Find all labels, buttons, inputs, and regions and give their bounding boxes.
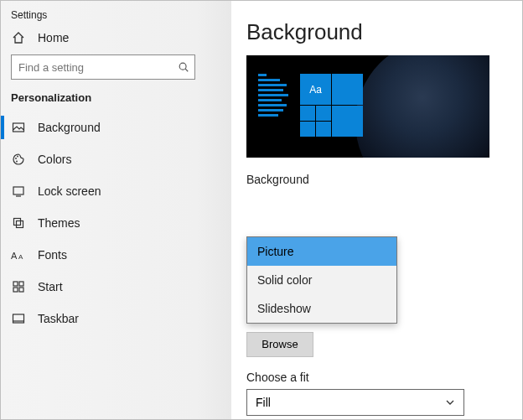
svg-rect-6 [13,187,23,194]
section-header: Personalization [1,86,231,112]
themes-icon [11,216,26,230]
sidebar-item-label: Colors [38,153,71,166]
background-dropdown[interactable]: Picture Solid color Slideshow [246,236,397,324]
svg-rect-2 [13,123,24,132]
page-title: Background [246,19,507,45]
choose-fit-label: Choose a fit [246,371,507,384]
svg-rect-13 [19,282,23,286]
settings-window: Settings Home Personalization Background [0,0,523,420]
sidebar-item-background[interactable]: Background [1,112,231,143]
preview-wallpaper [355,55,489,158]
home-button[interactable]: Home [1,24,231,51]
search-input[interactable] [11,54,195,80]
svg-text:A: A [11,251,18,261]
window-title: Settings [1,1,231,24]
chevron-down-icon [445,397,455,407]
start-icon [11,280,26,293]
sidebar-item-label: Taskbar [38,312,79,325]
sidebar-item-label: Start [38,280,63,293]
taskbar-icon [11,312,26,325]
sidebar: Settings Home Personalization Background [1,1,231,419]
sidebar-item-label: Lock screen [38,184,101,198]
svg-rect-8 [14,219,21,226]
palette-icon [11,153,26,166]
home-label: Home [38,31,69,44]
lockscreen-icon [11,184,26,198]
svg-point-4 [17,156,18,158]
background-dropdown-label: Background [246,173,507,186]
sidebar-item-label: Fonts [38,248,67,262]
background-option-solid-color[interactable]: Solid color [247,266,396,294]
fonts-icon: AA [11,248,26,262]
home-icon [11,31,26,44]
svg-line-1 [185,69,188,71]
preview-sample-tile: Aa [300,74,331,105]
desktop-preview: Aa [246,55,489,158]
svg-rect-9 [17,221,23,228]
fit-dropdown-value: Fill [256,396,271,409]
search-icon [173,61,194,73]
sidebar-item-lockscreen[interactable]: Lock screen [1,176,231,206]
sidebar-item-label: Themes [38,216,80,230]
svg-point-5 [16,161,18,163]
search-field[interactable] [12,61,173,74]
sidebar-item-label: Background [38,121,101,134]
background-option-picture[interactable]: Picture [247,237,396,266]
picture-icon [11,121,26,134]
sidebar-item-taskbar[interactable]: Taskbar [1,303,231,334]
browse-button[interactable]: Browse [246,332,313,357]
preview-start-overlay: Aa [258,74,292,119]
svg-rect-15 [19,288,23,292]
main-content: Background Aa Background Picture Solid c… [231,1,522,419]
svg-point-3 [15,158,17,159]
svg-rect-12 [13,282,18,286]
svg-text:A: A [18,253,23,261]
sidebar-item-themes[interactable]: Themes [1,208,231,238]
sidebar-item-start[interactable]: Start [1,272,231,302]
svg-rect-14 [13,288,18,292]
sidebar-item-colors[interactable]: Colors [1,144,231,174]
svg-point-0 [179,63,186,70]
fit-dropdown[interactable]: Fill [246,389,464,416]
sidebar-item-fonts[interactable]: AA Fonts [1,240,231,270]
background-option-slideshow[interactable]: Slideshow [247,294,396,323]
